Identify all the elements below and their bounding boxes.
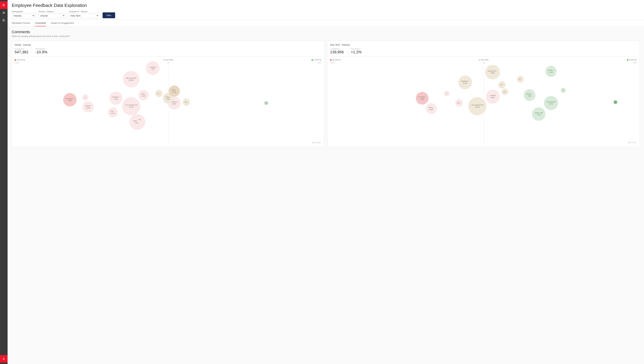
bubble-company[interactable]: COMPANY...8.1% [458,76,472,89]
bubble-fe[interactable]: FE. [613,100,617,104]
bubble-salary[interactable]: SALARY5.4% [83,101,94,112]
tabs-row: Workplace Factors Comments Impact on Eng… [8,20,644,26]
bubble-sala[interactable]: SALA...5.0% [426,103,437,114]
bubble-systems[interactable]: SYSTEMS...7.5% [63,93,77,106]
bubble-en[interactable]: EN... [502,88,508,95]
demographic-select[interactable]: Industry [12,13,36,18]
bubble-worklife[interactable]: WORK LIFE7.7% [532,107,545,121]
sidebar: C C [0,0,8,364]
left-comments-stat: COMMENTS 547,382 [15,48,32,54]
bubble-ma[interactable]: MA... [183,98,190,106]
bubble-company[interactable]: COMPANY...7.1% [109,92,122,105]
right-chart-title: New Tech - Industry [330,44,637,46]
bubble-en[interactable]: EN... [137,116,144,124]
bubble-co[interactable]: CO... [498,81,505,88]
right-negative-dot [330,59,331,61]
left-legend-neutral: NEUTRAL [163,59,174,61]
sidebar-logo[interactable]: C [0,2,8,9]
right-comments-value: 139,956 [330,50,344,54]
bubble-produ[interactable]: PRODU...5.8% [524,89,535,101]
left-legend: NEGATIVE NEUTRAL POSITIVE [15,59,321,61]
filter-button[interactable]: Filter [103,12,115,18]
right-legend: NEGATIVE NEUTRAL POSITIVE [330,59,637,61]
bubble-a[interactable]: A. [82,94,88,100]
bubble-fee[interactable]: FEE... [455,99,463,107]
neutral-dot [163,59,165,61]
bubble-com[interactable]: COM...4.4% [138,90,149,100]
left-sentiment-label: SENTIMENT [36,48,48,50]
left-comments-value: 547,382 [15,50,29,54]
right-comments-stat: COMMENTS 139,956 [330,48,347,54]
right-neutral-dot [479,59,480,61]
page-title: Employee Feedback Data Exploration [12,3,640,8]
tab-impact-on-engagement[interactable]: Impact on Engagement [51,20,74,26]
right-chart-panel: New Tech - Industry COMMENTS 139,956 SEN… [327,40,640,147]
sidebar-bottom-logo[interactable]: C [0,355,8,362]
right-legend-neutral: NEUTRAL [479,59,489,61]
left-pct-row: -100% 0% 100% [15,62,321,64]
right-legend-negative: NEGATIVE [330,59,341,61]
left-chart-title: Global - Industry [15,44,321,46]
bubble-systems[interactable]: SYSTEMS...6.8% [416,92,428,104]
left-chart-panel: Global - Industry COMMENTS 547,382 SENTI… [12,40,324,147]
primary-group: Primary - Industry Overall [39,10,66,18]
negative-label: NEGATIVE [17,59,25,61]
left-legend-positive: POSITIVE [312,59,321,61]
negative-dot [15,59,16,61]
right-neutral-label: NEUTRAL [481,59,489,61]
right-bubble-area: RECOGNITI...8.8%COLLABORATION12.1%CAREER… [330,65,637,144]
sidebar-globe-icon[interactable] [0,16,8,24]
primary-label: Primary - Industry [39,10,66,12]
controls-row: Demographic Industry Primary - Industry … [12,10,640,18]
bubble-m[interactable]: M. [561,88,566,93]
left-sentiment-stat: SENTIMENT -10.9% [36,48,51,54]
bubble-collaboration[interactable]: COLLABORATION12.1% [468,97,486,115]
right-avg-line: AVG: +1.2% [628,142,636,144]
bubble-recognition[interactable]: RECOGNITION10.5% [123,71,139,88]
tab-comments[interactable]: Comments [35,20,46,26]
right-stats-row: COMMENTS 139,956 SENTIMENT +1.2% [330,48,637,56]
bubble-f[interactable]: F. [264,101,268,105]
header: Employee Feedback Data Exploration Demog… [8,0,644,20]
right-neu-pct: 0% [483,62,485,64]
comparison-label: Comparison - Industry [69,10,100,12]
charts-row: Global - Industry COMMENTS 547,382 SENTI… [12,40,640,147]
left-avg-line: AVG: -10.9% [312,142,321,144]
right-sentiment-stat: SENTIMENT +1.2% [351,48,365,54]
left-bubble-area: CAREER7.6%RECOGNITION10.5%COLLABORATION1… [15,65,321,144]
right-neg-pct: -100% [330,62,335,64]
bubble-recogniti[interactable]: RECOGNITI...8.8% [485,65,500,80]
bubble-fee[interactable]: FEE...4.1% [108,108,118,118]
primary-select[interactable]: Overall [39,13,66,18]
bubble-learn[interactable]: LEARN...5.2% [545,66,556,77]
positive-dot [312,59,313,61]
demographic-label: Demographic [12,10,36,12]
right-pos-pct: 100% [633,62,637,64]
comparison-group: Comparison - Industry New Tech [69,10,100,18]
comparison-select[interactable]: New Tech [69,13,100,18]
bubble-collaboration[interactable]: COLLABORATION12.2% [122,97,140,115]
main-content: Employee Feedback Data Exploration Demog… [8,0,644,364]
right-negative-label: NEGATIVE [332,59,341,61]
bubble-career[interactable]: CAREER7.6% [146,61,160,75]
left-neg-pct: -100% [15,62,19,64]
bubble-in[interactable]: IN... [155,90,163,97]
content-area: Comments What are people talking about a… [8,26,644,364]
left-legend-negative: NEGATIVE [15,59,25,61]
left-neu-pct: 0% [167,62,169,64]
right-positive-dot [627,59,628,61]
bubble-career[interactable]: CAREER8.5% [486,90,500,104]
sidebar-home-icon[interactable] [0,9,8,16]
left-stats-row: COMMENTS 547,382 SENTIMENT -10.9% [15,48,321,56]
bubble-leadership[interactable]: LEADERSHIP8.1% [544,96,558,110]
left-comments-label: COMMENTS [15,48,29,50]
bubble-lear[interactable]: LEAR...5.1% [169,86,180,97]
bubble-in[interactable]: IN... [517,76,524,83]
neutral-label: NEUTRAL [165,59,174,61]
tab-workplace-factors[interactable]: Workplace Factors [12,20,30,26]
right-sentiment-value: +1.2% [351,50,362,54]
right-comments-label: COMMENTS [330,48,344,50]
section-subtitle: What are people talking about and what i… [12,35,640,38]
bubble-a[interactable]: A. [444,91,449,96]
demographic-group: Demographic Industry [12,10,36,18]
